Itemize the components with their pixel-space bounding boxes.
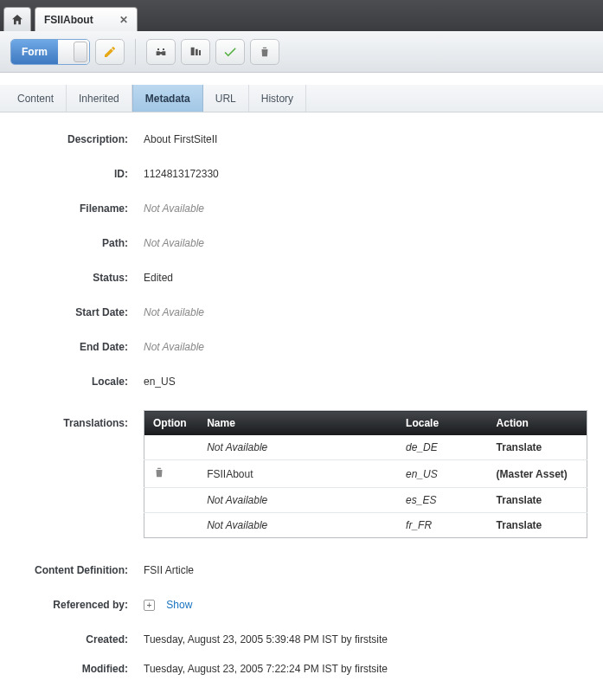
window-tabbar: FSIIAbout ✕ xyxy=(0,0,603,31)
tab-content[interactable]: Content xyxy=(0,85,67,112)
label-referencedby: Referenced by: xyxy=(16,599,144,611)
label-status: Status: xyxy=(16,272,144,284)
label-id: ID: xyxy=(16,168,144,180)
trash-icon[interactable] xyxy=(153,466,165,478)
home-tab[interactable] xyxy=(3,7,31,31)
value-locale: en_US xyxy=(144,376,587,388)
label-description: Description: xyxy=(16,133,144,145)
value-path: Not Available xyxy=(144,237,587,249)
name-cell: FSIIAbout xyxy=(198,460,397,488)
pencil-icon xyxy=(103,45,117,59)
row-startdate: Start Date: Not Available xyxy=(16,306,587,318)
locale-cell: en_US xyxy=(397,460,487,488)
translations-container: Option Name Locale Action Not Availabled… xyxy=(144,410,587,538)
delete-button[interactable] xyxy=(250,39,279,65)
subtabs: Content Inherited Metadata URL History xyxy=(0,85,603,112)
label-startdate: Start Date: xyxy=(16,306,144,318)
label-path: Path: xyxy=(16,237,144,249)
row-locale: Locale: en_US xyxy=(16,376,587,388)
label-enddate: End Date: xyxy=(16,341,144,353)
label-contentdef: Content Definition: xyxy=(16,564,144,576)
preview-button[interactable] xyxy=(181,39,210,65)
locale-cell: de_DE xyxy=(397,435,487,460)
devices-icon xyxy=(189,45,202,59)
th-locale: Locale xyxy=(397,411,487,436)
th-name: Name xyxy=(198,411,397,436)
option-cell xyxy=(144,488,199,513)
translations-table: Option Name Locale Action Not Availabled… xyxy=(144,410,587,538)
value-id: 1124813172330 xyxy=(144,168,587,180)
table-row: Not Availablees_ESTranslate xyxy=(144,488,587,513)
table-row: Not Availablefr_FRTranslate xyxy=(144,513,587,538)
close-icon[interactable]: ✕ xyxy=(119,14,128,26)
toolbar: Form xyxy=(0,31,603,73)
value-status: Edited xyxy=(144,272,587,284)
value-enddate: Not Available xyxy=(144,341,587,353)
name-cell: Not Available xyxy=(198,488,397,513)
row-translations: Translations: Option Name Locale Action … xyxy=(16,410,587,538)
th-option: Option xyxy=(144,411,199,436)
table-row: FSIIAbouten_US(Master Asset) xyxy=(144,460,587,488)
row-referencedby: Referenced by: + Show xyxy=(16,599,587,611)
row-modified: Modified: Tuesday, August 23, 2005 7:22:… xyxy=(16,663,587,675)
action-cell[interactable]: Translate xyxy=(488,435,587,460)
label-created: Created: xyxy=(16,633,144,645)
locale-cell: fr_FR xyxy=(397,513,487,538)
label-locale: Locale: xyxy=(16,376,144,388)
tab-metadata[interactable]: Metadata xyxy=(132,85,203,112)
tab-history-label: History xyxy=(261,93,293,105)
row-status: Status: Edited xyxy=(16,272,587,284)
tab-fsiiabout[interactable]: FSIIAbout ✕ xyxy=(35,7,138,31)
expand-icon[interactable]: + xyxy=(144,600,155,611)
edit-button[interactable] xyxy=(95,39,125,65)
option-cell xyxy=(144,513,199,538)
row-description: Description: About FirstSiteII xyxy=(16,133,587,145)
tab-metadata-label: Metadata xyxy=(145,93,190,105)
row-enddate: End Date: Not Available xyxy=(16,341,587,353)
translations-header: Option Name Locale Action xyxy=(144,411,587,436)
value-created: Tuesday, August 23, 2005 5:39:48 PM IST … xyxy=(144,633,587,645)
trash-icon xyxy=(259,46,271,58)
tab-title: FSIIAbout xyxy=(44,14,93,26)
label-modified: Modified: xyxy=(16,663,144,675)
action-cell[interactable]: Translate xyxy=(488,488,587,513)
tab-url-label: URL xyxy=(215,93,236,105)
row-id: ID: 1124813172330 xyxy=(16,168,587,180)
approve-button[interactable] xyxy=(215,39,245,65)
form-toggle-label: Form xyxy=(11,40,58,64)
row-filename: Filename: Not Available xyxy=(16,202,587,215)
form-view-toggle[interactable]: Form xyxy=(10,39,90,65)
action-cell[interactable]: Translate xyxy=(488,513,587,538)
tab-inherited[interactable]: Inherited xyxy=(67,85,132,112)
row-path: Path: Not Available xyxy=(16,237,587,249)
row-created: Created: Tuesday, August 23, 2005 5:39:4… xyxy=(16,633,587,645)
binoculars-icon xyxy=(154,45,168,59)
inspect-button[interactable] xyxy=(146,39,176,65)
label-translations: Translations: xyxy=(16,410,144,538)
value-startdate: Not Available xyxy=(144,306,587,318)
option-cell xyxy=(144,460,199,488)
toggle-knob xyxy=(74,42,87,62)
home-icon xyxy=(10,13,24,27)
toolbar-separator xyxy=(135,39,136,65)
value-contentdef: FSII Article xyxy=(144,564,587,576)
tab-inherited-label: Inherited xyxy=(79,93,119,105)
label-filename: Filename: xyxy=(16,202,144,215)
value-filename: Not Available xyxy=(144,202,587,215)
value-referencedby: + Show xyxy=(144,599,587,611)
locale-cell: es_ES xyxy=(397,488,487,513)
option-cell xyxy=(144,435,199,460)
name-cell: Not Available xyxy=(198,435,397,460)
metadata-panel: Description: About FirstSiteII ID: 11248… xyxy=(0,112,603,700)
show-link[interactable]: Show xyxy=(166,599,192,611)
tab-content-label: Content xyxy=(17,93,54,105)
toggle-slot xyxy=(58,40,89,64)
name-cell: Not Available xyxy=(198,513,397,538)
value-modified: Tuesday, August 23, 2005 7:22:24 PM IST … xyxy=(144,663,587,675)
tab-url[interactable]: URL xyxy=(203,85,249,112)
tab-history[interactable]: History xyxy=(249,85,306,112)
action-cell: (Master Asset) xyxy=(488,460,587,488)
checkmark-icon xyxy=(222,44,238,60)
th-action: Action xyxy=(488,411,587,436)
row-contentdef: Content Definition: FSII Article xyxy=(16,564,587,576)
